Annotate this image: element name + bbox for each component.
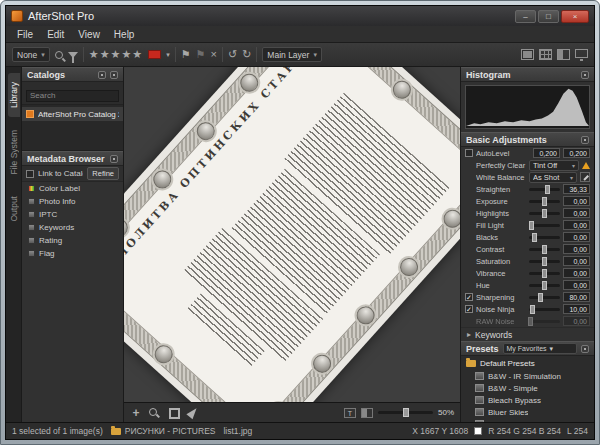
dropdown-perfectly-clear[interactable]: Tint Off▾ — [529, 160, 579, 171]
star-icon[interactable]: ★ — [111, 48, 122, 60]
pin-icon[interactable] — [581, 71, 589, 79]
menu-file[interactable]: File — [10, 29, 40, 40]
minimize-button[interactable]: – — [515, 10, 536, 23]
value-autolevel-1[interactable]: 0,200 — [533, 148, 560, 158]
sidebar-tab-library[interactable]: Library — [8, 73, 20, 117]
metadata-item-rating[interactable]: Rating — [22, 234, 123, 247]
basic-adjustments-header[interactable]: Basic Adjustments — [461, 132, 594, 147]
catalog-item[interactable]: AfterShot Pro Catalog 202 — [22, 107, 123, 121]
checkbox-sharpening[interactable]: ✓ — [465, 293, 473, 301]
maximize-button[interactable]: □ — [538, 10, 559, 23]
thumbnail-toggle-icon[interactable]: T — [344, 408, 356, 418]
straighten-tool-icon[interactable] — [186, 405, 199, 419]
split-view-icon[interactable] — [557, 49, 570, 60]
crop-tool-icon[interactable] — [169, 408, 178, 417]
metadata-item-iptc[interactable]: IPTC — [22, 208, 123, 221]
dropdown-white-balance[interactable]: As Shot▾ — [529, 172, 577, 183]
filter-icon[interactable] — [68, 52, 78, 58]
pin-icon[interactable] — [110, 71, 118, 79]
image-viewport[interactable]: МОЛИТВА ОПТИНСКИХ СТАРЦЕВ — [124, 67, 460, 402]
metadata-item-color-label[interactable]: Color Label — [22, 182, 123, 195]
close-button[interactable]: × — [561, 10, 589, 23]
flag-pick-icon[interactable]: ⚑ — [181, 49, 191, 60]
presets-header[interactable]: Presets My Favorites ▾ — [461, 341, 594, 356]
pin-icon[interactable] — [110, 155, 118, 163]
metadata-item-keywords[interactable]: Keywords — [22, 221, 123, 234]
thumbnail-grid-view-icon[interactable] — [539, 49, 552, 60]
value-exposure[interactable]: 0,00 — [563, 196, 590, 206]
pan-tool-icon[interactable]: + — [130, 407, 142, 419]
preset-item-b-w-simple[interactable]: B&W - Simple — [461, 382, 594, 394]
slider-handle[interactable] — [542, 197, 547, 206]
slider-saturation[interactable] — [529, 260, 560, 263]
keywords-section[interactable]: ▸ Keywords — [461, 327, 594, 341]
slider-handle[interactable] — [538, 293, 543, 302]
eyedropper-icon[interactable] — [580, 172, 590, 182]
rotate-left-icon[interactable]: ↺ — [228, 49, 237, 60]
value-noise-ninja[interactable]: 10,00 — [563, 304, 590, 314]
rotate-right-icon[interactable]: ↻ — [242, 49, 251, 60]
slider-handle[interactable] — [542, 281, 547, 290]
layer-dropdown[interactable]: Main Layer ▾ — [262, 47, 322, 62]
search-input[interactable] — [26, 90, 119, 102]
chevron-down-icon[interactable]: ▾ — [166, 51, 170, 58]
clear-flag-icon[interactable]: × — [210, 49, 216, 60]
catalogs-header[interactable]: Catalogs — [22, 67, 123, 82]
refine-button[interactable]: Refine — [87, 167, 119, 180]
value-straighten[interactable]: 36,33 — [563, 184, 590, 194]
folder-path[interactable]: РИСУНКИ - PICTURES — [111, 426, 216, 436]
slider-vibrance[interactable] — [529, 272, 560, 275]
zoom-slider[interactable] — [378, 411, 433, 414]
sidebar-tab-file-system[interactable]: File System — [8, 121, 20, 183]
slider-hue[interactable] — [529, 284, 560, 287]
metadata-item-flag[interactable]: Flag — [22, 247, 123, 260]
preset-folder[interactable]: Default Presets — [461, 357, 594, 370]
menu-help[interactable]: Help — [107, 29, 142, 40]
preset-item-bleach-bypass[interactable]: Bleach Bypass — [461, 394, 594, 406]
slider-fill-light[interactable] — [529, 224, 560, 227]
star-icon[interactable]: ★ — [100, 48, 111, 60]
value-autolevel-2[interactable]: 0,200 — [563, 148, 590, 158]
pin-icon[interactable] — [581, 345, 589, 353]
value-hue[interactable]: 0,00 — [563, 280, 590, 290]
single-view-icon[interactable] — [521, 49, 534, 60]
value-fill-light[interactable]: 0,00 — [563, 220, 590, 230]
slider-handle[interactable] — [528, 317, 533, 326]
zoom-slider-handle[interactable] — [403, 408, 409, 417]
checkbox-noise-ninja[interactable]: ✓ — [465, 305, 473, 313]
menu-view[interactable]: View — [71, 29, 107, 40]
slider-blacks[interactable] — [529, 236, 560, 239]
value-highlights[interactable]: 0,00 — [563, 208, 590, 218]
metadata-browser-header[interactable]: Metadata Browser — [22, 151, 123, 166]
title-bar[interactable]: AfterShot Pro – □ × — [6, 6, 594, 26]
metadata-item-photo-info[interactable]: Photo Info — [22, 195, 123, 208]
menu-edit[interactable]: Edit — [40, 29, 71, 40]
slideshow-view-icon[interactable] — [575, 49, 588, 58]
star-icon[interactable]: ★ — [89, 48, 100, 60]
filter-preset-dropdown[interactable]: None ▾ — [12, 47, 50, 62]
slider-noise-ninja[interactable] — [529, 308, 560, 311]
slider-sharpening[interactable] — [529, 296, 560, 299]
value-raw-noise[interactable]: 0,00 — [563, 316, 590, 326]
star-icon[interactable]: ★ — [121, 48, 132, 60]
histogram-header[interactable]: Histogram — [461, 67, 594, 82]
slider-handle[interactable] — [529, 221, 534, 230]
value-contrast[interactable]: 0,00 — [563, 244, 590, 254]
slider-handle[interactable] — [530, 305, 535, 314]
slider-handle[interactable] — [532, 233, 537, 242]
value-blacks[interactable]: 0,00 — [563, 232, 590, 242]
value-saturation[interactable]: 0,00 — [563, 256, 590, 266]
star-icon[interactable]: ★ — [132, 48, 143, 60]
value-vibrance[interactable]: 0,00 — [563, 268, 590, 278]
slider-handle[interactable] — [542, 257, 547, 266]
value-sharpening[interactable]: 80,00 — [563, 292, 590, 302]
checkbox-autolevel[interactable] — [465, 149, 473, 157]
zoom-tool-icon[interactable] — [149, 408, 157, 416]
search-icon[interactable] — [55, 51, 63, 59]
rating-stars[interactable]: ★★★★★ — [89, 48, 143, 61]
link-to-catalogs-checkbox[interactable] — [26, 170, 34, 178]
color-label-swatch[interactable] — [148, 50, 161, 59]
pin-icon[interactable] — [581, 136, 589, 144]
slider-handle[interactable] — [542, 269, 547, 278]
slider-raw-noise[interactable] — [529, 320, 560, 323]
